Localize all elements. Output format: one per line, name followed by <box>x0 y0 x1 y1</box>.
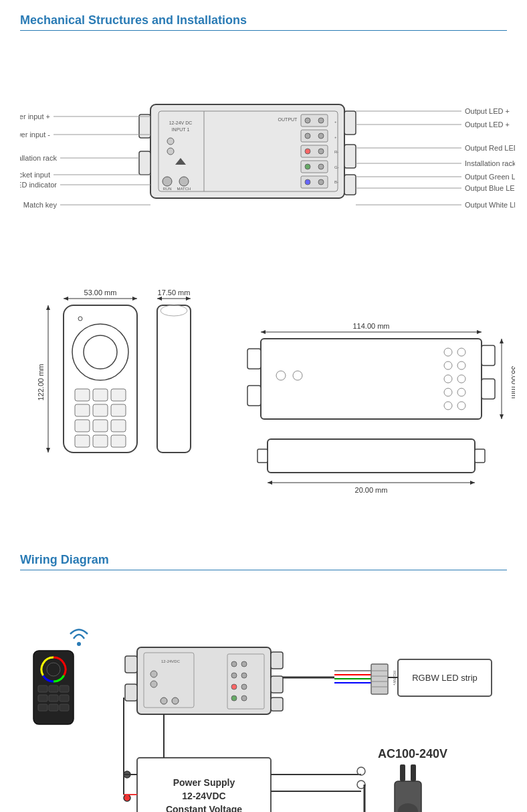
svg-text:122.00 mm: 122.00 mm <box>37 363 45 400</box>
svg-text:38.00 mm: 38.00 mm <box>510 366 515 399</box>
svg-text:INPUT 1: INPUT 1 <box>172 127 190 132</box>
svg-point-31 <box>305 179 310 185</box>
svg-marker-124 <box>470 481 475 485</box>
svg-rect-82 <box>93 435 108 447</box>
svg-point-147 <box>150 671 157 677</box>
svg-point-153 <box>241 661 247 667</box>
svg-text:Power Supply: Power Supply <box>173 777 235 788</box>
svg-text:Installation rack: Installation rack <box>20 154 57 162</box>
svg-rect-74 <box>111 389 126 401</box>
svg-point-26 <box>318 149 324 154</box>
svg-point-10 <box>167 138 174 145</box>
svg-rect-144 <box>271 698 283 711</box>
svg-text:R-: R- <box>334 150 338 154</box>
svg-text:17.50 mm: 17.50 mm <box>158 289 191 297</box>
svg-text:Installation rack: Installation rack <box>465 159 515 167</box>
svg-rect-100 <box>247 386 261 406</box>
svg-text:Constant Voltage: Constant Voltage <box>166 804 242 812</box>
svg-text:DC socket input: DC socket input <box>20 171 50 179</box>
svg-rect-99 <box>247 349 261 369</box>
svg-rect-141 <box>125 684 137 701</box>
svg-text:53.00 mm: 53.00 mm <box>84 289 117 297</box>
svg-text:RUN: RUN <box>163 187 172 191</box>
svg-point-14 <box>179 177 189 186</box>
svg-text:RGBW+: RGBW+ <box>393 671 397 686</box>
svg-point-29 <box>318 164 324 169</box>
svg-marker-65 <box>64 297 68 301</box>
svg-text:12-24VDC: 12-24VDC <box>182 791 225 801</box>
svg-text:RGBW LED strip: RGBW LED strip <box>412 673 478 683</box>
svg-rect-143 <box>271 676 283 693</box>
svg-rect-102 <box>482 379 495 399</box>
svg-text:20.00 mm: 20.00 mm <box>355 486 388 494</box>
svg-point-20 <box>318 118 324 123</box>
svg-rect-142 <box>271 652 283 669</box>
svg-point-25 <box>305 149 310 154</box>
svg-rect-166 <box>371 664 388 694</box>
svg-point-156 <box>231 684 237 689</box>
svg-rect-119 <box>268 439 475 473</box>
svg-marker-86 <box>46 448 50 453</box>
svg-rect-134 <box>60 695 69 702</box>
svg-text:114.00 mm: 114.00 mm <box>352 322 389 330</box>
svg-text:+: + <box>334 120 337 124</box>
svg-rect-76 <box>93 404 108 416</box>
svg-rect-136 <box>49 704 58 711</box>
svg-point-157 <box>241 684 247 689</box>
svg-point-154 <box>231 673 237 678</box>
svg-text:AC100-240V: AC100-240V <box>378 747 447 760</box>
svg-point-150 <box>172 698 179 704</box>
svg-rect-92 <box>157 305 191 453</box>
svg-rect-191 <box>400 764 405 781</box>
svg-rect-133 <box>49 695 58 702</box>
svg-rect-3 <box>344 111 356 135</box>
svg-point-22 <box>305 133 310 139</box>
svg-point-155 <box>241 673 247 678</box>
svg-text:Power input -: Power input - <box>20 131 50 139</box>
svg-point-138 <box>77 642 81 646</box>
svg-marker-95 <box>261 330 266 334</box>
svg-rect-120 <box>257 449 268 463</box>
svg-text:12-24VDC: 12-24VDC <box>161 659 181 663</box>
svg-text:Output Blue LED -: Output Blue LED - <box>465 184 515 192</box>
svg-rect-80 <box>111 420 126 432</box>
svg-point-11 <box>167 148 174 155</box>
svg-rect-81 <box>75 435 90 447</box>
svg-marker-90 <box>157 297 162 301</box>
svg-rect-192 <box>411 764 416 781</box>
svg-rect-131 <box>60 685 69 692</box>
svg-text:G-: G- <box>334 165 339 169</box>
svg-point-28 <box>305 164 310 169</box>
svg-point-149 <box>161 698 167 704</box>
svg-point-23 <box>318 133 324 139</box>
svg-marker-85 <box>46 305 50 310</box>
svg-rect-5 <box>344 175 356 195</box>
svg-text:Match key: Match key <box>23 201 58 209</box>
svg-rect-78 <box>75 420 90 432</box>
svg-text:B-: B- <box>334 180 338 184</box>
svg-text:Output LED +: Output LED + <box>465 120 510 129</box>
svg-point-148 <box>150 681 157 687</box>
svg-rect-139 <box>137 647 271 714</box>
svg-rect-72 <box>75 389 90 401</box>
svg-point-19 <box>305 118 310 123</box>
svg-rect-4 <box>344 145 356 168</box>
svg-rect-79 <box>93 420 108 432</box>
svg-rect-121 <box>475 449 485 463</box>
svg-rect-129 <box>38 685 47 692</box>
svg-text:Output Red LED -: Output Red LED - <box>465 144 515 152</box>
svg-point-180 <box>124 795 130 801</box>
svg-marker-96 <box>477 330 482 334</box>
svg-rect-83 <box>111 435 126 447</box>
svg-rect-2 <box>139 151 150 175</box>
svg-rect-77 <box>111 404 126 416</box>
svg-text:LED indicator: LED indicator <box>20 181 57 189</box>
svg-text:12-24V DC: 12-24V DC <box>169 120 193 125</box>
svg-marker-66 <box>132 297 137 301</box>
section1-title: Mechanical Structures and Installations <box>20 13 507 31</box>
svg-point-32 <box>318 179 324 185</box>
mechanical-section: Mechanical Structures and Installations <box>20 13 507 533</box>
svg-point-158 <box>231 696 237 701</box>
svg-rect-73 <box>93 389 108 401</box>
svg-rect-137 <box>60 704 69 711</box>
